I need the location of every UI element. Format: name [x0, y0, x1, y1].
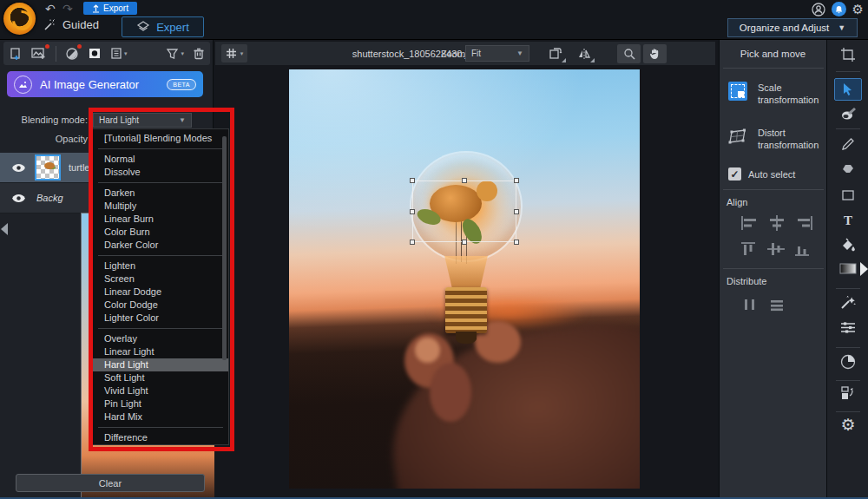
auto-select-option[interactable]: ✓ Auto select — [728, 167, 795, 181]
align-left-button[interactable] — [740, 215, 760, 231]
delete-layer-button[interactable] — [193, 47, 205, 60]
distribute-horizontal-button[interactable] — [740, 297, 760, 312]
layer-thumbnail[interactable] — [35, 154, 61, 181]
photo-bulb-tip — [456, 332, 477, 344]
export-button[interactable]: Export — [83, 2, 137, 15]
export-layers-tool[interactable] — [827, 385, 868, 401]
flyout-indicator — [562, 58, 566, 62]
notifications-icon[interactable] — [832, 2, 846, 16]
toolbar-divider — [836, 411, 860, 412]
shape-tool[interactable] — [827, 189, 868, 201]
crop-tool[interactable] — [827, 47, 868, 62]
canvas-toolbar: ▾ shutterstock_1805628430.jpg Zoom: Fit … — [215, 42, 715, 65]
ai-button-label: AI Image Generator — [40, 78, 159, 91]
organize-header-label: Organize and Adjust — [740, 23, 830, 33]
settings-gear-icon[interactable]: ⚙ — [852, 2, 864, 16]
chevron-down-icon: ▼ — [838, 23, 845, 32]
account-icon[interactable] — [812, 3, 825, 16]
selection-handle[interactable] — [410, 240, 415, 245]
align-label: Align — [727, 197, 747, 207]
selection-handle[interactable] — [514, 240, 519, 245]
chevron-down-icon: ▼ — [516, 49, 523, 57]
auto-select-checkbox[interactable]: ✓ — [728, 167, 741, 181]
selection-handle[interactable] — [410, 209, 415, 214]
tool-section-title: Pick and move — [720, 40, 826, 59]
panel-divider — [723, 268, 824, 269]
filter-button[interactable]: ▾ — [166, 48, 184, 60]
align-center-horizontal-button[interactable] — [767, 215, 786, 231]
panel-divider — [723, 68, 824, 69]
organize-and-adjust-dropdown[interactable]: Organize and Adjust ▼ — [727, 18, 858, 37]
tab-guided[interactable]: Guided — [43, 18, 99, 31]
redo-icon[interactable]: ↷ — [62, 2, 73, 16]
tone-circle-tool[interactable] — [827, 354, 868, 370]
pan-hand-button[interactable] — [643, 44, 667, 63]
expert-label: Expert — [156, 21, 189, 34]
clone-tool[interactable] — [827, 106, 868, 121]
align-middle-vertical-button[interactable] — [767, 241, 786, 257]
ai-image-generator-button[interactable]: AI Image Generator BETA — [7, 71, 203, 97]
app-logo — [3, 3, 36, 35]
photo-bulb-base — [445, 287, 487, 333]
text-tool[interactable]: T — [827, 213, 868, 228]
scale-transformation-label: Scale transformation — [758, 82, 824, 106]
undo-icon[interactable]: ↶ — [45, 2, 56, 16]
panel-divider — [723, 189, 824, 190]
selection-handle[interactable] — [462, 178, 467, 183]
fill-bucket-tool[interactable] — [827, 238, 868, 252]
pick-tool-selected[interactable] — [834, 78, 862, 101]
layer-menu-button[interactable]: ▾ — [110, 47, 128, 60]
upload-icon — [92, 4, 100, 13]
grid-toggle-button[interactable]: ▾ — [221, 44, 247, 62]
ai-image-icon — [14, 76, 32, 94]
magic-wand-tool[interactable] — [827, 295, 868, 310]
distort-transformation-option[interactable]: Distort transformation — [728, 127, 824, 151]
chevron-down-icon: ▾ — [240, 50, 244, 57]
mask-layer-button[interactable] — [88, 47, 102, 60]
preferences-gear-tool[interactable]: ⚙ — [827, 417, 868, 434]
annotation-highlight-rectangle — [89, 108, 234, 451]
badge-dot — [77, 44, 82, 49]
distribute-label: Distribute — [727, 276, 766, 286]
photo-finger — [415, 338, 439, 363]
expand-flyout-icon[interactable] — [860, 262, 868, 276]
selection-handle[interactable] — [514, 178, 519, 183]
align-bottom-button[interactable] — [794, 241, 813, 257]
chevron-down-icon: ▾ — [181, 50, 184, 57]
guided-label: Guided — [62, 18, 99, 31]
beta-badge: BETA — [167, 79, 196, 90]
layer-name: Backg — [36, 193, 63, 203]
selection-handle[interactable] — [462, 240, 467, 245]
align-top-button[interactable] — [740, 241, 760, 257]
layer-visibility-eye-icon[interactable] — [11, 163, 29, 173]
flyout-indicator — [590, 58, 595, 62]
tab-expert[interactable]: Expert — [122, 16, 204, 37]
blending-mode-label: Blending mode: — [0, 115, 88, 125]
selection-handle[interactable] — [514, 209, 519, 214]
zoom-level-dropdown[interactable]: Fit ▼ — [465, 45, 529, 62]
adjustment-sliders-tool[interactable] — [827, 321, 868, 334]
scale-transformation-option[interactable]: Scale transformation — [728, 82, 824, 106]
pencil-tool[interactable] — [827, 137, 868, 151]
distribute-vertical-button[interactable] — [767, 297, 786, 312]
layers-diamond-icon — [136, 21, 150, 33]
eraser-tool[interactable] — [827, 163, 868, 174]
toolbar-divider — [836, 380, 860, 381]
canvas-area: ▾ shutterstock_1805628430.jpg Zoom: Fit … — [214, 40, 717, 499]
collapse-panel-icon[interactable] — [1, 223, 8, 235]
align-right-button[interactable] — [794, 215, 813, 231]
selection-handle[interactable] — [410, 178, 415, 183]
photo-canvas[interactable] — [289, 69, 640, 489]
clear-button[interactable]: Clear — [16, 474, 205, 492]
rotate-button[interactable] — [543, 44, 567, 63]
selection-bounding-box[interactable] — [412, 181, 516, 242]
auto-select-label: Auto select — [748, 169, 795, 180]
new-image-layer-button[interactable] — [31, 47, 47, 60]
zoom-tool-button[interactable] — [617, 44, 641, 63]
new-layer-button[interactable] — [9, 47, 23, 61]
zoom-label: Zoom: — [441, 49, 468, 59]
adjustment-layer-button[interactable] — [65, 47, 79, 61]
flip-button[interactable] — [572, 44, 595, 63]
toolbar-divider — [836, 288, 860, 289]
layer-visibility-eye-icon[interactable] — [11, 194, 29, 203]
